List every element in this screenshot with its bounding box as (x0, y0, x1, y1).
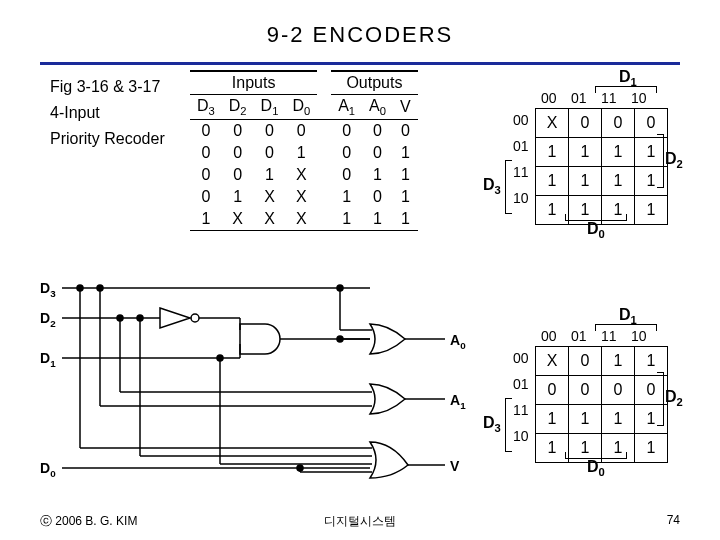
col-d3: D3 (190, 95, 222, 120)
truth-table: Inputs Outputs D3 D2 D1 D0 A1 A0 V 00000… (190, 70, 470, 231)
title-underline (40, 62, 680, 65)
figure-caption-line3: Priority Recoder (50, 130, 165, 148)
svg-point-29 (297, 465, 303, 471)
svg-point-12 (337, 336, 343, 342)
svg-point-10 (337, 285, 343, 291)
svg-point-27 (217, 355, 223, 361)
logic-circuit: D3 D2 D1 D0 A0 A1 V (40, 280, 480, 500)
col-v: V (393, 95, 418, 120)
svg-point-19 (97, 285, 103, 291)
table-row: 0001001 (190, 142, 418, 164)
col-a1: A1 (331, 95, 362, 120)
page-number: 74 (667, 513, 680, 527)
circuit-svg (40, 280, 480, 500)
table-row: 001X011 (190, 164, 418, 186)
truth-table-inputs-header: Inputs (190, 71, 317, 95)
footer-center: 디지털시스템 (40, 513, 680, 530)
col-d0: D0 (285, 95, 317, 120)
section-title: 9-2 ENCODERS (0, 22, 720, 48)
col-d2: D2 (222, 95, 254, 120)
figure-caption-line2: 4-Input (50, 104, 100, 122)
truth-table-outputs-header: Outputs (331, 71, 417, 95)
svg-point-25 (137, 315, 143, 321)
table-row: 0000000 (190, 120, 418, 143)
kmap-top: D1 00 01 11 10 00 01 11 10 D3 X000 1111 … (505, 72, 685, 212)
col-d1: D1 (254, 95, 286, 120)
footer: ⓒ 2006 B. G. KIM 디지털시스템 74 (40, 513, 680, 530)
table-row: 1XXX111 (190, 208, 418, 231)
svg-point-16 (117, 315, 123, 321)
svg-point-23 (77, 285, 83, 291)
figure-caption-line1: Fig 3-16 & 3-17 (50, 78, 160, 96)
col-a0: A0 (362, 95, 393, 120)
table-row: 01XX101 (190, 186, 418, 208)
kmap-bottom: D1 00 01 11 10 00 01 11 10 D3 X011 0000 … (505, 310, 685, 450)
